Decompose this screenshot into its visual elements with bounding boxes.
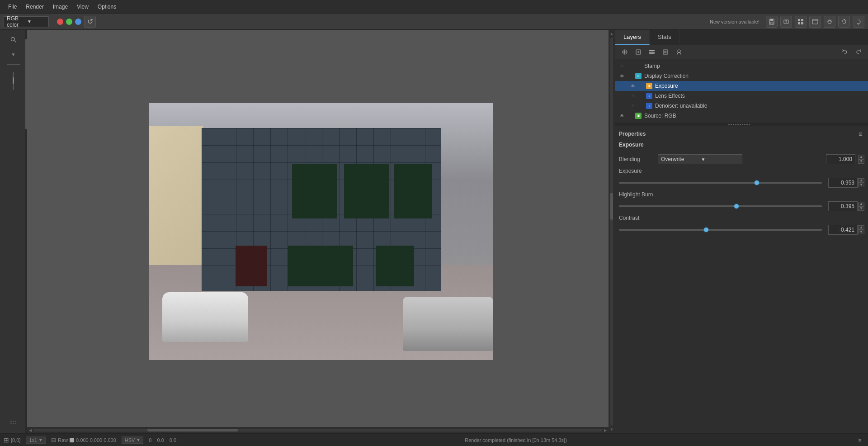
contrast-slider[interactable] [619, 229, 822, 231]
dot-red[interactable] [57, 19, 63, 25]
prop-exposure-row: Exposure [619, 168, 864, 174]
new-version-badge: New version available! [710, 19, 760, 24]
menu-options[interactable]: Options [93, 2, 121, 12]
export-button[interactable] [780, 16, 792, 28]
svg-point-17 [678, 50, 680, 52]
layer-item-source[interactable]: 👁 ▣ Source: RGB [615, 111, 868, 121]
layer-toolbar [615, 45, 868, 59]
prop-highlight-slider-row: 0.395 ▲ ▼ [619, 201, 864, 211]
prop-contrast-stepper[interactable]: ▲ ▼ [858, 225, 864, 234]
menu-render[interactable]: Render [21, 2, 48, 12]
layer-name-denoiser: Denoiser: unavailable [655, 103, 707, 109]
properties-expand-btn[interactable]: ⊡ [856, 130, 864, 138]
prop-blending-label: Blending [619, 156, 655, 162]
dot-green[interactable] [66, 19, 72, 25]
exposure-thumb[interactable] [755, 180, 759, 185]
redo-button[interactable] [853, 16, 864, 28]
contrast-thumb[interactable] [704, 228, 708, 232]
car-left [162, 292, 248, 342]
undo-button[interactable] [838, 16, 850, 28]
layer-item-stamp[interactable]: 👁 Stamp [615, 61, 868, 71]
tab-layers[interactable]: Layers [615, 30, 650, 45]
view-button[interactable] [809, 16, 821, 28]
prop-exposure-stepper[interactable]: ▲ ▼ [858, 178, 864, 187]
color-mode-dropdown[interactable]: RGB color ▼ [4, 16, 49, 27]
prop-highlight-stepper[interactable]: ▲ ▼ [858, 202, 864, 211]
prop-contrast-down[interactable]: ▼ [858, 230, 864, 234]
layer-item-display-correction[interactable]: 👁 ⊙ Display Correction [615, 71, 868, 81]
prop-blending-up[interactable]: ▲ [858, 155, 864, 159]
layer-name-display: Display Correction [644, 73, 689, 79]
layer-item-denoiser[interactable]: 👁 + Denoiser: unavailable [615, 101, 868, 111]
prop-blending-stepper[interactable]: ▲ ▼ [858, 155, 864, 164]
layer-icon-source: ▣ [635, 113, 642, 119]
coords-display: ⊞ [0,0] [4, 437, 20, 444]
clone-button[interactable] [824, 16, 835, 28]
layer-item-lens[interactable]: 👁 + Lens Effects [615, 91, 868, 101]
coords-icon: ⊞ [4, 437, 9, 444]
prop-contrast-label: Contrast [619, 215, 655, 221]
svg-point-10 [11, 38, 14, 41]
prop-exposure-down[interactable]: ▼ [858, 183, 864, 187]
window-1 [292, 164, 337, 218]
highlight-slider[interactable] [619, 205, 822, 207]
hsv-select[interactable]: HSV ▼ [122, 437, 144, 444]
channel-number: 0 [149, 437, 151, 443]
layer-tool-5[interactable] [673, 47, 685, 57]
layer-eye-source[interactable]: 👁 [619, 113, 625, 119]
prop-highlight-label: Highlight Burn [619, 191, 655, 198]
prop-exposure-label: Exposure [619, 168, 655, 174]
prop-contrast-value[interactable]: -0.421 [828, 225, 858, 235]
layer-tool-2[interactable] [632, 47, 644, 57]
svg-rect-2 [770, 22, 773, 24]
layer-tool-4[interactable] [660, 47, 671, 57]
prop-blending-down[interactable]: ▼ [858, 159, 864, 164]
layer-eye-exposure[interactable]: 👁 [630, 83, 636, 89]
window-5 [288, 246, 353, 286]
prop-exposure-value[interactable]: 0.953 [828, 178, 858, 188]
svg-rect-6 [798, 22, 800, 24]
prop-highlight-value[interactable]: 0.395 [828, 201, 858, 211]
window-6 [376, 246, 414, 286]
exposure-slider[interactable] [619, 182, 822, 184]
menu-image[interactable]: Image [48, 2, 72, 12]
layer-eye-lens[interactable]: 👁 [630, 93, 636, 99]
layer-eye-denoiser[interactable]: 👁 [630, 103, 636, 109]
prop-blending-amount[interactable]: 1.000 [826, 154, 855, 164]
layer-tool-1[interactable] [619, 47, 631, 57]
status-menu-btn[interactable]: ≡ [855, 436, 864, 445]
layer-icon-denoiser: + [646, 103, 652, 109]
zoom-select[interactable]: 1x1 ▼ [26, 437, 46, 444]
save-icon-button[interactable] [766, 16, 778, 28]
left-sidebar: ▼ [0, 30, 27, 433]
resize-handle[interactable] [615, 123, 868, 126]
refresh-button[interactable]: ↺ [84, 16, 96, 28]
prop-blending-dropdown[interactable]: Overwrite ▼ [658, 154, 742, 164]
layer-redo-btn[interactable] [853, 47, 864, 57]
menu-file[interactable]: File [4, 2, 21, 12]
svg-rect-4 [798, 19, 800, 21]
svg-rect-14 [649, 52, 655, 53]
layer-undo-btn[interactable] [839, 47, 851, 57]
prop-exposure-up[interactable]: ▲ [858, 178, 864, 183]
layer-item-exposure[interactable]: 👁 ◉ Exposure [615, 81, 868, 91]
tool-arrow-down[interactable]: ▼ [5, 48, 22, 61]
right-panel: Layers Stats [615, 30, 868, 433]
menu-view[interactable]: View [72, 2, 93, 12]
layer-name-exposure: Exposure [655, 83, 678, 89]
prop-contrast-row: Contrast [619, 215, 864, 221]
layer-eye-stamp[interactable]: 👁 [619, 63, 625, 69]
prop-contrast-up[interactable]: ▲ [858, 225, 864, 230]
highlight-thumb[interactable] [734, 204, 739, 209]
grid-button[interactable] [795, 16, 807, 28]
prop-highlight-up[interactable]: ▲ [858, 202, 864, 206]
svg-rect-5 [801, 19, 803, 21]
prop-section-row: Exposure [619, 142, 864, 151]
layer-eye-display[interactable]: 👁 [619, 73, 625, 79]
layer-tool-3[interactable] [646, 47, 658, 57]
prop-highlight-down[interactable]: ▼ [858, 206, 864, 211]
tab-stats[interactable]: Stats [650, 30, 680, 45]
tool-search[interactable] [5, 33, 22, 46]
dot-blue[interactable] [75, 19, 81, 25]
svg-rect-7 [801, 22, 803, 24]
